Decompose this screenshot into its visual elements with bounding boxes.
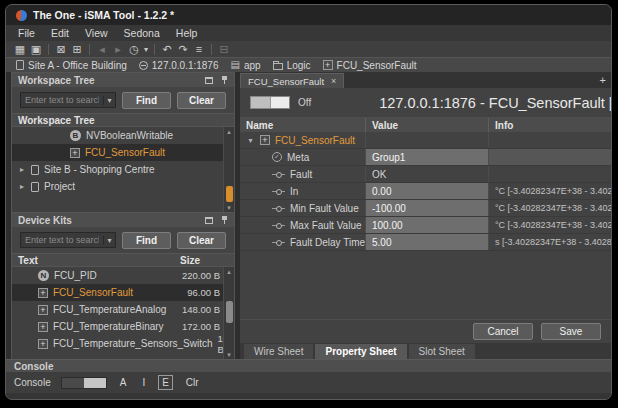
property-row-root[interactable]: ▾ FCU_SensorFault: [240, 132, 611, 149]
kits-find-button[interactable]: Find: [122, 232, 171, 249]
device-kits-header: Device Kits: [12, 213, 234, 227]
workspace-tree-column-header: Workspace Tree: [12, 113, 234, 127]
tab-fcu-sensorfault[interactable]: FCU_SensorFault ×: [240, 73, 344, 88]
pin-icon[interactable]: [221, 76, 228, 85]
tree-item-nvbooleanwritable[interactable]: B NVBooleanWritable: [12, 127, 234, 144]
tree-item-site-b[interactable]: ▸ Site B - Shopping Centre: [12, 161, 234, 178]
scroll-down-icon[interactable]: ▾: [224, 350, 234, 359]
history-caret-icon[interactable]: ▾: [142, 42, 150, 57]
kit-item-size: 172.00 B: [182, 321, 220, 332]
workspace-panels-icon[interactable]: ▦: [12, 42, 28, 57]
expand-arrow-icon[interactable]: ▸: [18, 182, 26, 191]
pin-icon[interactable]: [221, 216, 228, 225]
breadcrumb: Site A - Office Building 127.0.0.1:1876 …: [6, 57, 611, 72]
menu-bar: File Edit View Sedona Help: [6, 25, 611, 41]
property-row-max-fault-value[interactable]: Max Fault Value 100.00 °C [-3.40282347E+…: [240, 217, 611, 234]
kits-search-input[interactable]: [21, 235, 103, 245]
kit-item-fcu-temperatureanalog[interactable]: FCU_TemperatureAnalog 148.00 B: [12, 301, 234, 318]
breadcrumb-device[interactable]: 127.0.0.1:1876: [139, 60, 219, 71]
float-window-icon[interactable]: [205, 217, 213, 224]
column-name[interactable]: Name: [240, 118, 366, 132]
component-icon: [323, 60, 333, 70]
property-row-fault[interactable]: Fault OK: [240, 166, 611, 183]
tab-property-sheet[interactable]: Property Sheet: [315, 344, 406, 359]
redo-icon[interactable]: ↷: [175, 42, 191, 57]
console-info-button[interactable]: I: [139, 376, 148, 389]
workspace-search-input[interactable]: [21, 95, 103, 105]
property-name: In: [290, 186, 298, 197]
device-icon[interactable]: ⊟: [216, 42, 232, 57]
cancel-button[interactable]: Cancel: [473, 323, 533, 340]
kits-searchbox: ▾: [20, 232, 116, 248]
console-all-button[interactable]: A: [117, 376, 130, 389]
property-row-meta[interactable]: Meta Group1: [240, 149, 611, 166]
tab-wire-sheet[interactable]: Wire Sheet: [244, 344, 313, 359]
add-tab-icon[interactable]: +: [600, 74, 606, 86]
menu-edit[interactable]: Edit: [43, 27, 77, 39]
wire-sheet-icon[interactable]: ⊠: [53, 42, 69, 57]
workspace-tree-title: Workspace Tree: [18, 75, 205, 86]
chevron-down-icon[interactable]: ▾: [103, 96, 115, 105]
property-value-input[interactable]: 100.00: [366, 217, 489, 233]
property-value-input[interactable]: 5.00: [366, 234, 489, 250]
breadcrumb-app[interactable]: ▤ app: [231, 60, 261, 71]
save-button[interactable]: Save: [541, 323, 601, 340]
column-info[interactable]: Info: [489, 118, 611, 132]
expand-arrow-icon[interactable]: ▸: [18, 165, 26, 174]
sheet-tab-bar: Wire Sheet Property Sheet Slot Sheet: [240, 343, 611, 359]
breadcrumb-component[interactable]: FCU_SensorFault: [323, 60, 417, 71]
slot-icon: [272, 187, 285, 196]
property-grid-header: Name Value Info: [240, 118, 611, 132]
tree-item-label: NVBooleanWritable: [86, 130, 173, 141]
workspace-clear-button[interactable]: Clear: [177, 92, 226, 109]
device-kits-scrollbar[interactable]: ▴ ▾: [223, 267, 234, 359]
scroll-up-icon[interactable]: ▴: [224, 267, 234, 276]
scroll-up-icon[interactable]: ▴: [224, 127, 234, 136]
chevron-down-icon[interactable]: ▾: [103, 236, 115, 245]
menu-file[interactable]: File: [10, 27, 43, 39]
tree-item-fcu-sensorfault[interactable]: FCU_SensorFault: [12, 144, 234, 161]
property-value-input[interactable]: Group1: [366, 149, 489, 165]
collapse-arrow-icon[interactable]: ▾: [246, 136, 255, 145]
undo-icon[interactable]: ↶: [159, 42, 175, 57]
property-row-min-fault-value[interactable]: Min Fault Value -100.00 °C [-3.40282347E…: [240, 200, 611, 217]
close-icon[interactable]: ×: [331, 76, 336, 86]
scrollbar-thumb[interactable]: [226, 301, 233, 323]
column-value[interactable]: Value: [366, 118, 489, 132]
property-row-fault-delay-time[interactable]: Fault Delay Time 5.00 s [-3.40282347E+38…: [240, 234, 611, 251]
kit-item-fcu-pid[interactable]: N FCU_PID 220.00 B: [12, 267, 234, 284]
kit-item-fcu-temperaturebinary[interactable]: FCU_TemperatureBinary 172.00 B: [12, 318, 234, 335]
scrollbar-thumb[interactable]: [226, 186, 233, 202]
workspace-tree-scrollbar[interactable]: ▴ ▾: [223, 127, 234, 212]
back-icon[interactable]: ◂: [94, 42, 110, 57]
kits-clear-button[interactable]: Clear: [177, 232, 226, 249]
menu-help[interactable]: Help: [168, 27, 206, 39]
breadcrumb-site[interactable]: Site A - Office Building: [16, 60, 127, 71]
workspace-find-button[interactable]: Find: [122, 92, 171, 109]
property-value-input[interactable]: -100.00: [366, 200, 489, 216]
component-icon: [38, 339, 48, 349]
property-value-input[interactable]: 0.00: [366, 183, 489, 199]
property-row-in[interactable]: In 0.00 °C [-3.40282347E+38 - 3.40282...: [240, 183, 611, 200]
property-name: Max Fault Value: [290, 220, 362, 231]
float-window-icon[interactable]: [205, 77, 213, 84]
breadcrumb-logic[interactable]: Logic: [273, 60, 311, 71]
history-icon[interactable]: ◷: [126, 42, 142, 57]
menu-sedona[interactable]: Sedona: [116, 27, 168, 39]
scroll-down-icon[interactable]: ▾: [224, 203, 234, 212]
document-tab-bar: FCU_SensorFault × +: [240, 72, 611, 88]
live-toggle[interactable]: [250, 96, 290, 109]
console-error-button[interactable]: E: [158, 375, 173, 390]
window-title: The One - iSMA Tool - 1.2.2 *: [33, 9, 174, 21]
tab-slot-sheet[interactable]: Slot Sheet: [409, 344, 475, 359]
save-icon[interactable]: ▣: [28, 42, 44, 57]
tree-item-project[interactable]: ▸ Project: [12, 178, 234, 195]
console-filter-slider[interactable]: [61, 377, 107, 389]
console-clear-button[interactable]: Clr: [183, 376, 202, 389]
forward-icon[interactable]: ▸: [110, 42, 126, 57]
kit-item-fcu-temperature-sensors-switch[interactable]: FCU_Temperature_Sensors_Switch 108.00 B: [12, 335, 234, 352]
property-sheet-icon[interactable]: ⊞: [69, 42, 85, 57]
kit-item-fcu-sensorfault[interactable]: FCU_SensorFault 96.00 B: [12, 284, 234, 301]
menu-view[interactable]: View: [77, 27, 116, 39]
log-icon[interactable]: ≡: [191, 42, 207, 57]
